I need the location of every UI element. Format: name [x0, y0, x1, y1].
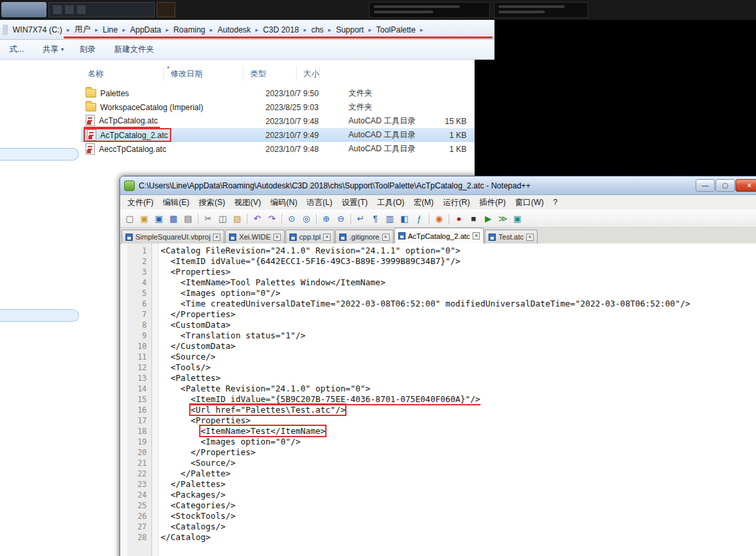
file-row[interactable]: Palettes 2023/10/7 9:50 文件夹 — [81, 86, 475, 100]
macro-stop-icon[interactable]: ■ — [467, 212, 481, 226]
command-bar-item[interactable]: 式... — [1, 44, 35, 55]
macro-play-icon[interactable]: ▶ — [481, 212, 495, 226]
code-text: <Time createdUniversalDateTime="2022-03-… — [151, 299, 690, 309]
separator[interactable] — [196, 212, 200, 226]
chevron-right-icon[interactable]: ▸ — [301, 27, 309, 33]
chevron-right-icon[interactable]: ▸ — [207, 27, 216, 33]
maximize-button[interactable]: ▢ — [716, 179, 735, 192]
editor-tab[interactable]: Test.atc × — [485, 230, 538, 243]
file-row[interactable]: AeccTpCatalog.atc 2023/10/7 9:48 AutoCAD… — [81, 142, 475, 156]
minimize-button[interactable]: — — [696, 179, 715, 192]
command-bar-item[interactable]: 共享 ▾ — [35, 44, 72, 55]
menu-item[interactable]: ? — [548, 196, 562, 208]
macro-save-icon[interactable]: ▣ — [510, 212, 524, 226]
chevron-right-icon[interactable]: ▸ — [417, 27, 426, 33]
menu-item[interactable]: 窗口(W) — [510, 196, 548, 210]
editor-tab[interactable]: SimpleSquareUI.vbproj × — [121, 230, 224, 243]
breadcrumb-item[interactable]: ToolPalette ▸ — [374, 24, 426, 36]
separator[interactable] — [245, 212, 250, 226]
zoom-out-icon[interactable]: ⊖ — [334, 212, 348, 226]
menu-item[interactable]: 文件(F) — [123, 196, 158, 210]
zoom-in-icon[interactable]: ⊕ — [319, 212, 333, 226]
replace-icon[interactable]: ◎ — [299, 212, 313, 226]
open-folder-icon[interactable]: ▣ — [137, 212, 151, 226]
cut-icon[interactable]: ✂ — [201, 212, 215, 226]
chevron-right-icon[interactable]: ▸ — [326, 27, 335, 33]
breadcrumb-item[interactable]: 用户 ▸ — [72, 23, 101, 36]
find-icon[interactable]: ⊙ — [285, 212, 299, 226]
document-map-icon[interactable]: ◧ — [398, 212, 412, 226]
separator[interactable] — [427, 212, 431, 226]
tab-close-icon[interactable]: × — [323, 234, 331, 241]
editor-tab[interactable]: cpp.tpl × — [285, 230, 335, 243]
command-bar-item[interactable]: 刻录 — [72, 44, 106, 55]
print-icon[interactable]: ▤ — [181, 212, 195, 226]
tab-close-icon[interactable]: × — [213, 234, 220, 241]
file-row[interactable]: WorkspaceCatalog (Imperial) 2023/8/25 9:… — [81, 100, 475, 114]
show-all-characters-icon[interactable]: ¶ — [368, 212, 382, 226]
menu-item[interactable]: 插件(P) — [475, 196, 510, 210]
separator[interactable] — [279, 212, 284, 226]
paste-icon[interactable]: ▧ — [230, 212, 244, 226]
new-file-icon[interactable]: ▢ — [123, 212, 137, 226]
header-column[interactable]: 大小 — [297, 66, 320, 81]
line-number: 9 — [121, 330, 151, 341]
chevron-right-icon[interactable]: ▸ — [253, 27, 262, 33]
breadcrumb-item[interactable]: chs ▸ — [309, 24, 334, 36]
chevron-right-icon[interactable]: ▸ — [64, 27, 73, 33]
chevron-right-icon[interactable]: ▸ — [366, 27, 374, 33]
separator[interactable] — [314, 212, 319, 226]
macro-record-icon[interactable]: ● — [452, 212, 466, 226]
menu-item[interactable]: 搜索(S) — [194, 196, 230, 210]
tab-close-icon[interactable]: × — [526, 234, 534, 241]
header-column[interactable]: 类型 — [244, 66, 297, 81]
copy-icon[interactable]: ◫ — [216, 212, 230, 226]
breadcrumb-item[interactable]: AppData ▸ — [128, 24, 171, 36]
save-all-icon[interactable]: ▦ — [167, 212, 181, 226]
redo-icon[interactable]: ↷ — [265, 212, 279, 226]
header-column[interactable]: 修改日期 — [164, 66, 244, 81]
breadcrumb-item[interactable]: Line ▸ — [101, 24, 128, 36]
file-row[interactable]: AcTpCatalog_2.atc 2023/10/7 9:49 AutoCAD… — [81, 128, 475, 142]
file-monitor-icon[interactable]: ◉ — [432, 212, 446, 226]
editor-tab[interactable]: AcTpCatalog_2.atc × — [394, 228, 485, 243]
breadcrumb-item[interactable]: WIN7X74 (C:) ▸ — [11, 24, 72, 36]
editor[interactable]: 1 <Catalog FileRevision="24.1.0" Revisio… — [121, 243, 756, 556]
close-button[interactable]: × — [735, 179, 756, 192]
header-column[interactable]: 名称 — [81, 66, 164, 81]
menu-item[interactable]: 编码(N) — [265, 196, 302, 210]
breadcrumb-item[interactable]: Autodesk ▸ — [216, 24, 262, 36]
chevron-right-icon[interactable]: ▸ — [163, 27, 172, 33]
nav-highlight[interactable] — [0, 309, 79, 322]
tab-close-icon[interactable]: × — [473, 232, 480, 240]
menu-item[interactable]: 工具(O) — [372, 196, 409, 210]
menu-item[interactable]: 运行(R) — [438, 196, 475, 210]
nav-highlight[interactable] — [0, 148, 79, 161]
save-icon[interactable]: ▣ — [152, 212, 166, 226]
separator[interactable] — [348, 212, 353, 226]
breadcrumb-item[interactable]: Roaming ▸ — [171, 24, 216, 36]
function-list-icon[interactable]: ƒ — [412, 212, 426, 226]
undo-icon[interactable]: ↶ — [250, 212, 264, 226]
macro-run-multiple-icon[interactable]: ≫ — [496, 212, 510, 226]
menu-item[interactable]: 设置(T) — [337, 196, 372, 210]
breadcrumb-item[interactable]: C3D 2018 ▸ — [261, 24, 309, 36]
tab-close-icon[interactable]: × — [382, 234, 390, 241]
tab-close-icon[interactable]: × — [273, 234, 281, 241]
chevron-right-icon[interactable]: ▸ — [92, 27, 101, 33]
indent-guide-icon[interactable]: ▥ — [383, 212, 397, 226]
file-row[interactable]: AcTpCatalog.atc 2023/10/7 9:48 AutoCAD 工… — [81, 114, 475, 128]
command-bar-item[interactable]: 新建文件夹 — [106, 44, 165, 55]
word-wrap-icon[interactable]: ↵ — [354, 212, 368, 226]
breadcrumb-item[interactable]: Support ▸ — [334, 24, 374, 36]
editor-tab[interactable]: Xei.WIDE × — [225, 230, 285, 243]
menu-item[interactable]: 语言(L) — [302, 196, 337, 210]
menu-item[interactable]: 视图(V) — [230, 196, 265, 210]
title-bar[interactable]: C:\Users\Line\AppData\Roaming\Autodesk\C… — [120, 176, 756, 195]
editor-tab[interactable]: .gitignore × — [335, 230, 393, 243]
line-number: 7 — [121, 309, 151, 320]
menu-item[interactable]: 宏(M) — [409, 196, 438, 210]
separator[interactable] — [447, 212, 451, 226]
chevron-right-icon[interactable]: ▸ — [119, 27, 128, 33]
menu-item[interactable]: 编辑(E) — [158, 196, 194, 210]
